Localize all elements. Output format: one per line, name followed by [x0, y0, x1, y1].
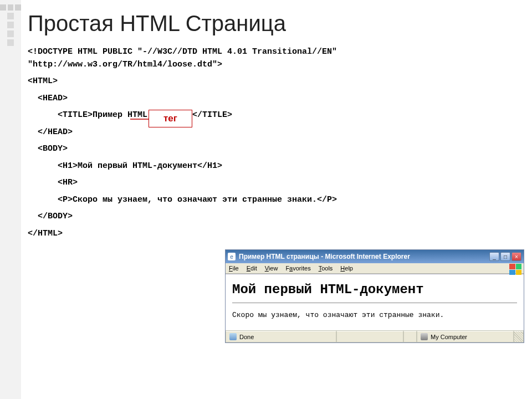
page-hr: [232, 303, 517, 303]
menu-edit[interactable]: Edit: [247, 265, 257, 272]
windows-flag-icon: [509, 264, 521, 275]
callout: тег: [149, 110, 192, 127]
ie-window: e Пример HTML страницы - Microsoft Inter…: [225, 249, 524, 343]
menu-view[interactable]: View: [265, 265, 278, 272]
code-line-doctype: <!DOCTYPE HTML PUBLIC "-//W3C//DTD HTML …: [28, 46, 524, 71]
minimize-button[interactable]: _: [489, 252, 499, 261]
callout-label: тег: [149, 110, 192, 127]
status-done-text: Done: [239, 334, 254, 340]
menu-tools[interactable]: Tools: [319, 265, 333, 272]
code-line-hr: <HR>: [28, 177, 524, 190]
code-line-p: <P>Скоро мы узнаем, что означают эти стр…: [28, 194, 524, 207]
resize-grip-icon[interactable]: [514, 331, 524, 342]
callout-connector: [130, 115, 150, 121]
maximize-button[interactable]: □: [500, 252, 510, 261]
status-done: Done: [226, 331, 336, 342]
status-computer-text: My Computer: [431, 334, 467, 340]
ie-content-area: Мой первый HTML-документ Скоро мы узнаем…: [226, 274, 524, 330]
page-h1: Мой первый HTML-документ: [232, 282, 517, 297]
menu-favorites[interactable]: Favorites: [285, 265, 310, 272]
code-line-head-close: </HEAD>: [28, 126, 524, 139]
slide-left-strip: [0, 0, 21, 399]
menu-file[interactable]: File: [229, 265, 239, 272]
page-paragraph: Скоро мы узнаем, что означают эти странн…: [232, 311, 517, 319]
menu-help[interactable]: Help: [340, 265, 353, 272]
code-line-h1: <H1>Мой первый HTML-документ</H1>: [28, 160, 524, 173]
code-line-body-close: </BODY>: [28, 211, 524, 223]
page-icon: [229, 333, 237, 340]
code-line-body-open: <BODY>: [28, 143, 524, 156]
ie-titlebar[interactable]: e Пример HTML страницы - Microsoft Inter…: [226, 250, 524, 263]
code-line-head-open: <HEAD>: [28, 93, 524, 105]
ie-statusbar: Done My Computer: [226, 330, 524, 342]
slide-title: Простая HTML Страница: [28, 11, 524, 36]
code-line-title: <TITLE>Пример HTML страницы</TITLE>: [28, 109, 524, 122]
ie-title-text: Пример HTML страницы - Microsoft Interne…: [239, 253, 489, 260]
code-block: <!DOCTYPE HTML PUBLIC "-//W3C//DTD HTML …: [28, 46, 524, 240]
status-spacer: [336, 331, 403, 342]
status-zone: My Computer: [417, 331, 514, 342]
ie-menubar: File Edit View Favorites Tools Help: [226, 263, 524, 274]
code-line-html-open: <HTML>: [28, 75, 524, 88]
close-button[interactable]: ×: [511, 252, 521, 261]
code-line-html-close: </HTML>: [28, 228, 524, 241]
computer-icon: [421, 333, 428, 340]
ie-app-icon: e: [228, 253, 236, 260]
status-sep1: [403, 331, 417, 342]
